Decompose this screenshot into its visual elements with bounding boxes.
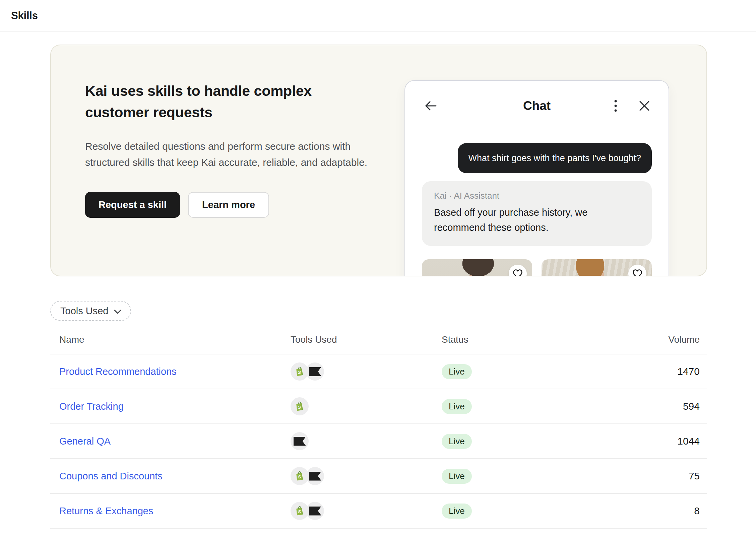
- kebab-menu-icon[interactable]: [608, 98, 623, 113]
- hero-copy: Kai uses skills to handle complex custom…: [85, 80, 376, 218]
- skill-link[interactable]: Returns & Exchanges: [59, 506, 153, 516]
- product-recommendations-row: [422, 259, 652, 276]
- skill-link[interactable]: General QA: [59, 436, 111, 447]
- status-badge: Live: [442, 504, 472, 519]
- chat-preview-card: Chat What shirt goes with the pants I've…: [404, 80, 669, 276]
- request-skill-button[interactable]: Request a skill: [85, 192, 180, 218]
- hero-heading: Kai uses skills to handle complex custom…: [85, 80, 353, 123]
- svg-text:S: S: [298, 474, 301, 479]
- volume-value: 1044: [629, 436, 700, 447]
- heart-icon[interactable]: [628, 265, 646, 276]
- table-row: Coupons and Discounts S Live 75: [50, 459, 707, 494]
- filter-row: Tools Used: [50, 301, 756, 321]
- close-icon[interactable]: [637, 98, 652, 113]
- table-row: Returns & Exchanges S Live 8: [50, 494, 707, 529]
- shopify-icon: S: [291, 362, 309, 381]
- tools-used-filter[interactable]: Tools Used: [50, 301, 131, 321]
- skill-link[interactable]: Order Tracking: [59, 401, 124, 412]
- table-header-row: Name Tools Used Status Volume: [50, 321, 707, 354]
- column-header-status: Status: [442, 334, 629, 345]
- learn-more-button[interactable]: Learn more: [188, 192, 269, 218]
- svg-text:S: S: [298, 370, 301, 375]
- product-image[interactable]: [422, 259, 532, 276]
- shopify-icon: S: [291, 397, 309, 415]
- skills-table: Name Tools Used Status Volume Product Re…: [50, 321, 707, 529]
- skill-link[interactable]: Coupons and Discounts: [59, 471, 163, 481]
- hero-cta-row: Request a skill Learn more: [85, 192, 376, 218]
- svg-text:S: S: [298, 509, 301, 514]
- column-header-name: Name: [59, 334, 291, 345]
- heart-icon[interactable]: [509, 265, 527, 276]
- status-badge: Live: [442, 399, 472, 414]
- status-badge: Live: [442, 469, 472, 484]
- shopify-icon: S: [291, 502, 309, 520]
- volume-value: 8: [629, 505, 700, 517]
- chat-user-message: What shirt goes with the pants I've boug…: [458, 143, 652, 173]
- hero-description: Resolve detailed questions and perform s…: [85, 138, 376, 171]
- svg-text:S: S: [298, 405, 301, 410]
- volume-value: 1470: [629, 366, 700, 377]
- flag-icon: [306, 362, 324, 381]
- chevron-down-icon: [114, 306, 122, 317]
- page-header: Skills: [0, 0, 756, 32]
- page-title: Skills: [11, 10, 38, 22]
- hero-card: Kai uses skills to handle complex custom…: [50, 45, 707, 276]
- chat-assistant-message: Kai · AI Assistant Based off your purcha…: [422, 181, 652, 246]
- table-row: Order Tracking S Live 594: [50, 389, 707, 424]
- skill-link[interactable]: Product Recommendations: [59, 366, 177, 377]
- flag-icon: [306, 502, 324, 520]
- chat-assistant-text: Based off your purchase history, we reco…: [434, 205, 640, 235]
- flag-icon: [291, 432, 309, 450]
- flag-icon: [306, 467, 324, 485]
- volume-value: 75: [629, 470, 700, 482]
- chat-header: Chat: [422, 96, 652, 116]
- volume-value: 594: [629, 401, 700, 412]
- shopify-icon: S: [291, 467, 309, 485]
- column-header-volume: Volume: [629, 334, 700, 345]
- column-header-tools: Tools Used: [291, 334, 442, 345]
- status-badge: Live: [442, 364, 472, 379]
- product-image[interactable]: [542, 259, 652, 276]
- chat-assistant-label: Kai · AI Assistant: [434, 191, 640, 201]
- filter-label: Tools Used: [60, 306, 108, 317]
- status-badge: Live: [442, 434, 472, 449]
- table-row: Product Recommendations S Live 1470: [50, 354, 707, 389]
- table-row: General QA Live 1044: [50, 424, 707, 459]
